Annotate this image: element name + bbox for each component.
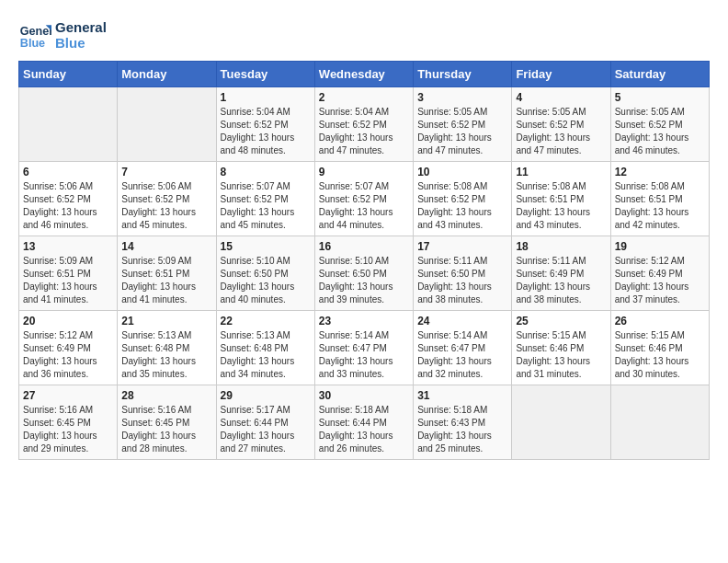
- day-info: Sunrise: 5:08 AM Sunset: 6:51 PM Dayligh…: [615, 180, 705, 232]
- day-number: 12: [615, 166, 705, 178]
- day-number: 18: [516, 240, 606, 253]
- day-cell: [610, 385, 709, 460]
- day-cell: 5Sunrise: 5:05 AM Sunset: 6:52 PM Daylig…: [610, 87, 709, 162]
- logo-blue: Blue: [55, 35, 107, 51]
- day-info: Sunrise: 5:14 AM Sunset: 6:47 PM Dayligh…: [417, 329, 507, 381]
- day-info: Sunrise: 5:05 AM Sunset: 6:52 PM Dayligh…: [417, 106, 507, 157]
- day-info: Sunrise: 5:04 AM Sunset: 6:52 PM Dayligh…: [221, 106, 311, 157]
- day-number: 2: [319, 91, 409, 104]
- day-info: Sunrise: 5:08 AM Sunset: 6:52 PM Dayligh…: [417, 180, 507, 232]
- day-info: Sunrise: 5:09 AM Sunset: 6:51 PM Dayligh…: [23, 255, 113, 306]
- weekday-header-friday: Friday: [512, 62, 610, 87]
- weekday-header-thursday: Thursday: [414, 62, 512, 87]
- day-cell: 2Sunrise: 5:04 AM Sunset: 6:52 PM Daylig…: [314, 87, 413, 162]
- day-number: 17: [417, 240, 507, 253]
- day-info: Sunrise: 5:08 AM Sunset: 6:51 PM Dayligh…: [516, 180, 606, 232]
- day-cell: 20Sunrise: 5:12 AM Sunset: 6:49 PM Dayli…: [19, 311, 118, 385]
- day-number: 29: [221, 389, 311, 402]
- day-cell: 8Sunrise: 5:07 AM Sunset: 6:52 PM Daylig…: [216, 162, 314, 236]
- day-number: 7: [121, 166, 211, 178]
- day-cell: 27Sunrise: 5:16 AM Sunset: 6:45 PM Dayli…: [19, 385, 118, 460]
- day-info: Sunrise: 5:14 AM Sunset: 6:47 PM Dayligh…: [319, 329, 409, 381]
- day-number: 5: [615, 91, 705, 104]
- day-number: 30: [319, 389, 409, 402]
- day-number: 6: [23, 166, 113, 178]
- day-number: 28: [121, 389, 211, 402]
- day-info: Sunrise: 5:18 AM Sunset: 6:44 PM Dayligh…: [319, 404, 409, 455]
- day-cell: 13Sunrise: 5:09 AM Sunset: 6:51 PM Dayli…: [19, 236, 118, 311]
- day-number: 26: [615, 315, 705, 327]
- day-info: Sunrise: 5:15 AM Sunset: 6:46 PM Dayligh…: [615, 329, 705, 381]
- day-info: Sunrise: 5:09 AM Sunset: 6:51 PM Dayligh…: [121, 255, 211, 306]
- day-number: 20: [23, 315, 113, 327]
- day-info: Sunrise: 5:06 AM Sunset: 6:52 PM Dayligh…: [121, 180, 211, 232]
- day-cell: [118, 87, 216, 162]
- day-info: Sunrise: 5:15 AM Sunset: 6:46 PM Dayligh…: [516, 329, 606, 381]
- day-number: 31: [417, 389, 507, 402]
- day-info: Sunrise: 5:18 AM Sunset: 6:43 PM Dayligh…: [417, 404, 507, 455]
- day-info: Sunrise: 5:11 AM Sunset: 6:49 PM Dayligh…: [516, 255, 606, 306]
- week-row-3: 20Sunrise: 5:12 AM Sunset: 6:49 PM Dayli…: [19, 311, 710, 385]
- logo: General Blue General Blue: [18, 18, 107, 52]
- day-info: Sunrise: 5:12 AM Sunset: 6:49 PM Dayligh…: [23, 329, 113, 381]
- day-number: 8: [221, 166, 311, 178]
- day-info: Sunrise: 5:07 AM Sunset: 6:52 PM Dayligh…: [319, 180, 409, 232]
- day-number: 9: [319, 166, 409, 178]
- day-cell: 11Sunrise: 5:08 AM Sunset: 6:51 PM Dayli…: [512, 162, 610, 236]
- day-info: Sunrise: 5:04 AM Sunset: 6:52 PM Dayligh…: [319, 106, 409, 157]
- day-cell: 21Sunrise: 5:13 AM Sunset: 6:48 PM Dayli…: [118, 311, 216, 385]
- day-cell: 31Sunrise: 5:18 AM Sunset: 6:43 PM Dayli…: [414, 385, 512, 460]
- day-info: Sunrise: 5:07 AM Sunset: 6:52 PM Dayligh…: [221, 180, 311, 232]
- weekday-row: SundayMondayTuesdayWednesdayThursdayFrid…: [19, 62, 710, 87]
- day-cell: 18Sunrise: 5:11 AM Sunset: 6:49 PM Dayli…: [512, 236, 610, 311]
- week-row-4: 27Sunrise: 5:16 AM Sunset: 6:45 PM Dayli…: [19, 385, 710, 460]
- day-info: Sunrise: 5:06 AM Sunset: 6:52 PM Dayligh…: [23, 180, 113, 232]
- logo-icon: General Blue: [18, 18, 51, 52]
- day-number: 4: [516, 91, 606, 104]
- weekday-header-saturday: Saturday: [610, 62, 709, 87]
- weekday-header-sunday: Sunday: [19, 62, 118, 87]
- day-number: 19: [615, 240, 705, 253]
- svg-text:Blue: Blue: [20, 37, 45, 50]
- day-cell: 14Sunrise: 5:09 AM Sunset: 6:51 PM Dayli…: [118, 236, 216, 311]
- day-cell: 12Sunrise: 5:08 AM Sunset: 6:51 PM Dayli…: [610, 162, 709, 236]
- day-cell: 17Sunrise: 5:11 AM Sunset: 6:50 PM Dayli…: [414, 236, 512, 311]
- weekday-header-wednesday: Wednesday: [314, 62, 413, 87]
- day-number: 14: [121, 240, 211, 253]
- day-cell: 23Sunrise: 5:14 AM Sunset: 6:47 PM Dayli…: [314, 311, 413, 385]
- day-cell: 24Sunrise: 5:14 AM Sunset: 6:47 PM Dayli…: [414, 311, 512, 385]
- day-number: 24: [417, 315, 507, 327]
- day-number: 23: [319, 315, 409, 327]
- day-info: Sunrise: 5:05 AM Sunset: 6:52 PM Dayligh…: [516, 106, 606, 157]
- day-info: Sunrise: 5:17 AM Sunset: 6:44 PM Dayligh…: [221, 404, 311, 455]
- day-info: Sunrise: 5:16 AM Sunset: 6:45 PM Dayligh…: [121, 404, 211, 455]
- day-cell: 9Sunrise: 5:07 AM Sunset: 6:52 PM Daylig…: [314, 162, 413, 236]
- day-number: 13: [23, 240, 113, 253]
- day-cell: 16Sunrise: 5:10 AM Sunset: 6:50 PM Dayli…: [314, 236, 413, 311]
- week-row-1: 6Sunrise: 5:06 AM Sunset: 6:52 PM Daylig…: [19, 162, 710, 236]
- day-cell: [19, 87, 118, 162]
- day-number: 16: [319, 240, 409, 253]
- day-cell: 29Sunrise: 5:17 AM Sunset: 6:44 PM Dayli…: [216, 385, 314, 460]
- day-cell: 4Sunrise: 5:05 AM Sunset: 6:52 PM Daylig…: [512, 87, 610, 162]
- day-cell: 10Sunrise: 5:08 AM Sunset: 6:52 PM Dayli…: [414, 162, 512, 236]
- week-row-0: 1Sunrise: 5:04 AM Sunset: 6:52 PM Daylig…: [19, 87, 710, 162]
- day-number: 27: [23, 389, 113, 402]
- day-number: 11: [516, 166, 606, 178]
- day-cell: 26Sunrise: 5:15 AM Sunset: 6:46 PM Dayli…: [610, 311, 709, 385]
- day-cell: 22Sunrise: 5:13 AM Sunset: 6:48 PM Dayli…: [216, 311, 314, 385]
- day-info: Sunrise: 5:13 AM Sunset: 6:48 PM Dayligh…: [121, 329, 211, 381]
- day-cell: 3Sunrise: 5:05 AM Sunset: 6:52 PM Daylig…: [414, 87, 512, 162]
- day-number: 21: [121, 315, 211, 327]
- calendar-table: SundayMondayTuesdayWednesdayThursdayFrid…: [18, 61, 710, 460]
- day-cell: 30Sunrise: 5:18 AM Sunset: 6:44 PM Dayli…: [314, 385, 413, 460]
- day-info: Sunrise: 5:10 AM Sunset: 6:50 PM Dayligh…: [319, 255, 409, 306]
- day-cell: 15Sunrise: 5:10 AM Sunset: 6:50 PM Dayli…: [216, 236, 314, 311]
- calendar-body: 1Sunrise: 5:04 AM Sunset: 6:52 PM Daylig…: [19, 87, 710, 460]
- calendar-header: SundayMondayTuesdayWednesdayThursdayFrid…: [19, 62, 710, 87]
- day-number: 10: [417, 166, 507, 178]
- day-number: 1: [221, 91, 311, 104]
- day-cell: 19Sunrise: 5:12 AM Sunset: 6:49 PM Dayli…: [610, 236, 709, 311]
- weekday-header-monday: Monday: [118, 62, 216, 87]
- day-cell: 7Sunrise: 5:06 AM Sunset: 6:52 PM Daylig…: [118, 162, 216, 236]
